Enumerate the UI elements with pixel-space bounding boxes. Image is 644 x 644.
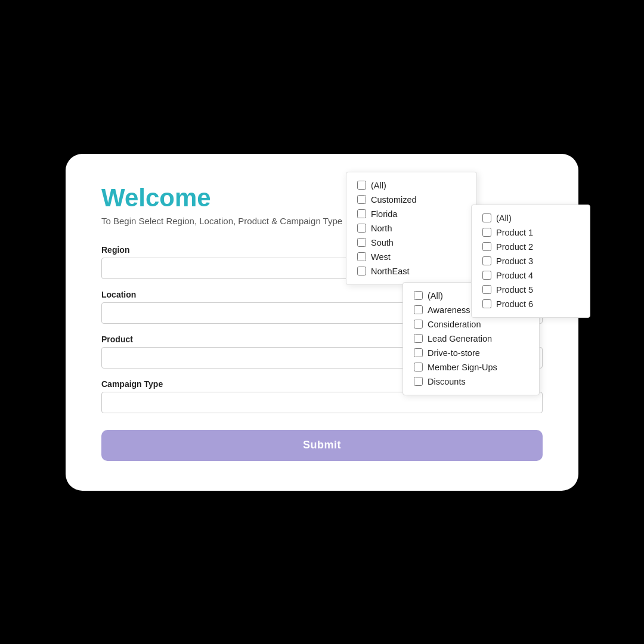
region-item-label-3: North	[371, 224, 392, 233]
campaign-item-label-3: Lead Generation	[428, 334, 492, 343]
campaign-item-3[interactable]: Lead Generation	[414, 332, 528, 346]
product-checkbox-4[interactable]	[482, 271, 491, 280]
region-item-label-1: Customized	[371, 195, 417, 205]
campaign-item-label-6: Discounts	[428, 377, 466, 386]
region-item-3[interactable]: North	[357, 221, 466, 236]
product-item-label-5: Product 5	[496, 285, 533, 295]
campaign-checkbox-0[interactable]	[414, 291, 423, 300]
product-item-0[interactable]: (All)	[482, 211, 579, 225]
campaign-checkbox-4[interactable]	[414, 348, 423, 357]
region-checkbox-4[interactable]	[357, 238, 366, 247]
region-item-label-2: Florida	[371, 209, 397, 219]
region-item-4[interactable]: South	[357, 236, 466, 250]
product-item-label-1: Product 1	[496, 228, 533, 237]
product-item-label-2: Product 2	[496, 242, 533, 252]
campaign-item-5[interactable]: Member Sign-Ups	[414, 360, 528, 374]
region-checkbox-5[interactable]	[357, 252, 366, 261]
product-item-5[interactable]: Product 5	[482, 283, 579, 297]
product-item-2[interactable]: Product 2	[482, 240, 579, 254]
region-checkbox-3[interactable]	[357, 224, 366, 233]
product-item-4[interactable]: Product 4	[482, 268, 579, 283]
product-item-label-6: Product 6	[496, 299, 533, 309]
product-dropdown: (All)Product 1Product 2Product 3Product …	[471, 205, 590, 318]
region-checkbox-2[interactable]	[357, 209, 366, 218]
product-checkbox-6[interactable]	[482, 299, 491, 308]
region-item-label-5: West	[371, 252, 391, 262]
region-checkbox-1[interactable]	[357, 195, 366, 204]
product-item-3[interactable]: Product 3	[482, 254, 579, 268]
product-item-1[interactable]: Product 1	[482, 225, 579, 240]
campaign-item-label-0: (All)	[428, 291, 443, 301]
submit-button[interactable]: Submit	[101, 430, 543, 461]
region-item-0[interactable]: (All)	[357, 178, 466, 193]
product-item-label-3: Product 3	[496, 256, 533, 266]
product-item-label-4: Product 4	[496, 271, 533, 280]
product-checkbox-1[interactable]	[482, 228, 491, 237]
campaign-item-label-4: Drive-to-store	[428, 348, 480, 358]
main-card: Welcome To Begin Select Region, Location…	[66, 154, 578, 491]
campaign-item-label-1: Awareness	[428, 305, 470, 315]
region-item-label-4: South	[371, 238, 394, 247]
campaign-checkbox-3[interactable]	[414, 334, 423, 343]
campaign-item-6[interactable]: Discounts	[414, 374, 528, 389]
region-checkbox-0[interactable]	[357, 181, 366, 190]
campaign-item-2[interactable]: Consideration	[414, 317, 528, 332]
campaign-item-label-2: Consideration	[428, 320, 481, 329]
product-checkbox-2[interactable]	[482, 242, 491, 251]
campaign-checkbox-1[interactable]	[414, 305, 423, 314]
campaign-checkbox-6[interactable]	[414, 377, 423, 386]
region-item-1[interactable]: Customized	[357, 193, 466, 207]
region-checkbox-6[interactable]	[357, 267, 366, 275]
region-item-2[interactable]: Florida	[357, 207, 466, 221]
region-item-label-6: NorthEast	[371, 267, 409, 276]
product-checkbox-0[interactable]	[482, 213, 491, 222]
region-dropdown: (All)CustomizedFloridaNorthSouthWestNort…	[346, 172, 477, 285]
product-checkbox-3[interactable]	[482, 256, 491, 265]
region-item-6[interactable]: NorthEast	[357, 264, 466, 278]
campaign-item-4[interactable]: Drive-to-store	[414, 346, 528, 360]
product-item-6[interactable]: Product 6	[482, 297, 579, 311]
product-item-label-0: (All)	[496, 213, 512, 223]
region-item-label-0: (All)	[371, 181, 386, 190]
region-item-5[interactable]: West	[357, 250, 466, 264]
product-checkbox-5[interactable]	[482, 285, 491, 294]
campaign-checkbox-2[interactable]	[414, 320, 423, 329]
campaign-checkbox-5[interactable]	[414, 363, 423, 371]
campaign-item-label-5: Member Sign-Ups	[428, 363, 497, 372]
